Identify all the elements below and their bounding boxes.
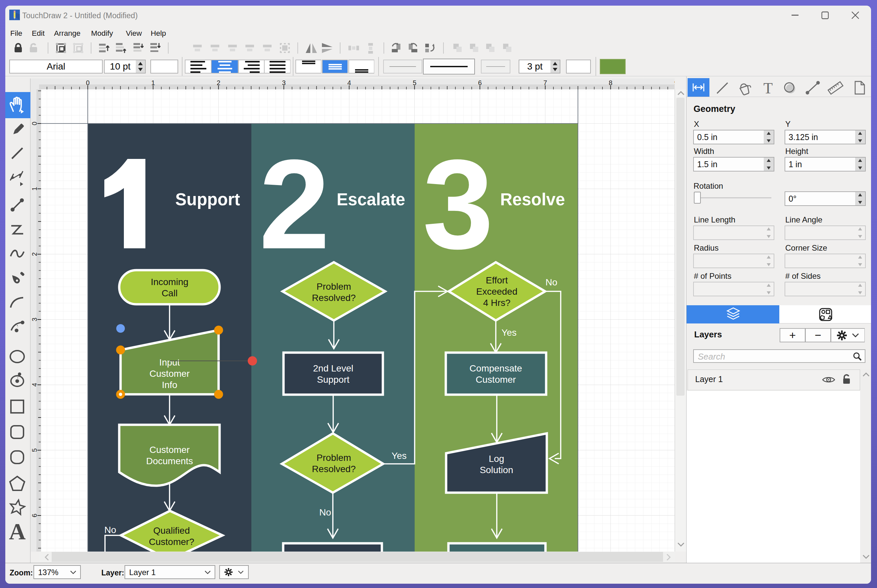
svg-text:8: 8	[609, 79, 613, 86]
svg-text:Log: Log	[489, 454, 505, 464]
svg-text:No: No	[545, 277, 557, 287]
svg-text:7: 7	[544, 79, 547, 86]
svg-text:Customer: Customer	[149, 369, 189, 379]
svg-text:2: 2	[31, 252, 38, 256]
svg-text:Resolved?: Resolved?	[312, 464, 356, 474]
svg-text:4 Hrs?: 4 Hrs?	[483, 298, 511, 308]
svg-text:Qualified: Qualified	[153, 525, 190, 536]
svg-text:Problem: Problem	[317, 453, 351, 463]
svg-text:No: No	[104, 525, 116, 535]
svg-text:1: 1	[31, 187, 38, 191]
svg-text:Solution: Solution	[479, 465, 513, 475]
svg-text:No: No	[319, 507, 331, 518]
svg-text:3: 3	[31, 318, 38, 321]
svg-text:Escalate: Escalate	[337, 190, 405, 209]
svg-text:6: 6	[478, 79, 482, 86]
svg-text:Exceeded: Exceeded	[476, 286, 518, 297]
svg-text:0: 0	[31, 122, 38, 125]
svg-text:Compensate: Compensate	[470, 363, 522, 374]
svg-text:6: 6	[31, 513, 38, 517]
svg-text:Customer: Customer	[149, 445, 189, 455]
svg-text:Yes: Yes	[392, 451, 407, 461]
svg-text:Customer: Customer	[476, 375, 516, 385]
svg-text:Resolved?: Resolved?	[312, 292, 356, 303]
svg-text:5: 5	[413, 79, 416, 86]
svg-text:Support: Support	[175, 190, 240, 209]
svg-text:Documents: Documents	[146, 456, 193, 466]
svg-text:Input: Input	[159, 357, 180, 368]
svg-text:Support: Support	[317, 375, 349, 385]
svg-text:4: 4	[347, 79, 351, 86]
svg-text:2: 2	[216, 79, 220, 86]
svg-text:1: 1	[151, 79, 155, 86]
svg-text:Info: Info	[162, 380, 177, 390]
svg-text:Problem: Problem	[317, 281, 351, 292]
svg-text:Yes: Yes	[502, 327, 517, 338]
svg-text:3: 3	[423, 133, 494, 276]
svg-text:5: 5	[31, 448, 38, 452]
svg-text:Call: Call	[162, 288, 177, 298]
svg-text:T: T	[763, 80, 773, 97]
svg-text:Effort: Effort	[486, 275, 508, 285]
svg-text:Customer?: Customer?	[149, 537, 194, 547]
svg-text:Resolve: Resolve	[500, 190, 565, 209]
svg-text:4: 4	[31, 383, 38, 387]
svg-text:Incoming: Incoming	[151, 277, 188, 287]
svg-text:0: 0	[86, 79, 89, 86]
svg-text:2: 2	[259, 133, 330, 276]
svg-text:2nd Level: 2nd Level	[313, 363, 353, 374]
svg-text:3: 3	[282, 79, 285, 86]
svg-text:9: 9	[674, 79, 675, 86]
